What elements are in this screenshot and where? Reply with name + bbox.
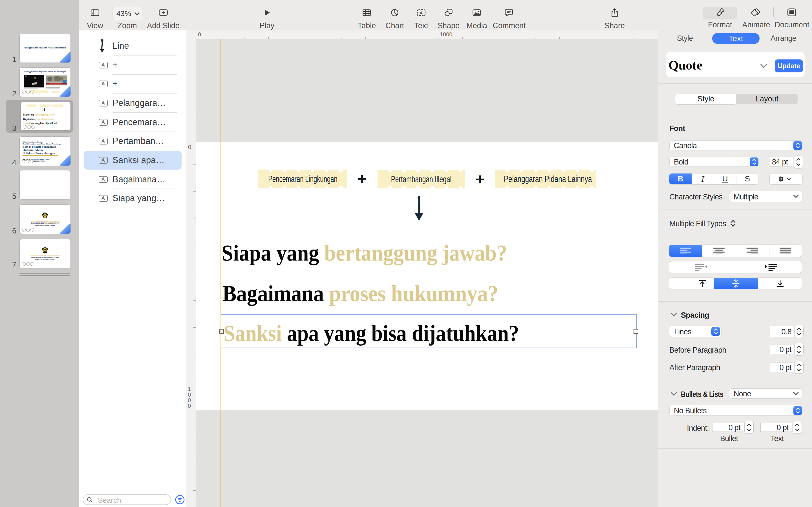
svg-text:A: A <box>420 10 423 15</box>
